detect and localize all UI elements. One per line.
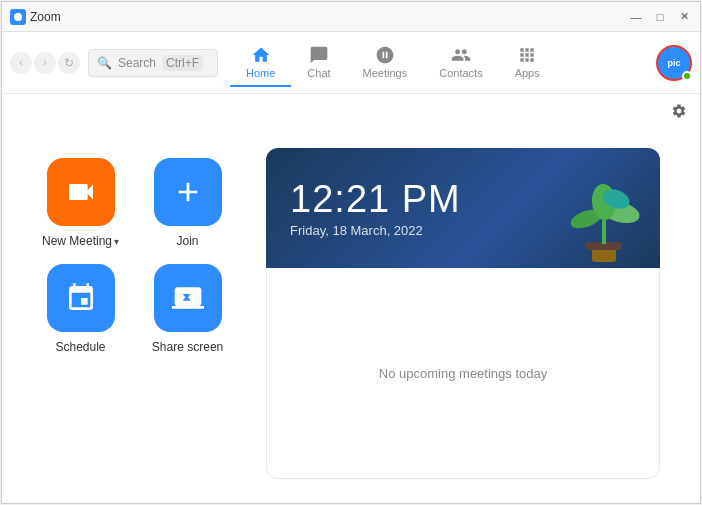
share-screen-item[interactable]: Share screen (149, 264, 226, 354)
tab-apps-label: Apps (515, 67, 540, 79)
close-button[interactable]: ✕ (676, 9, 692, 25)
settings-button[interactable] (666, 98, 692, 124)
title-bar: Zoom — □ ✕ (2, 2, 700, 32)
share-screen-button[interactable] (154, 264, 222, 332)
new-meeting-item[interactable]: New Meeting ▾ (42, 158, 119, 248)
app-title: Zoom (30, 10, 61, 24)
window-controls: — □ ✕ (628, 9, 692, 25)
join-label: Join (177, 234, 199, 248)
tab-meetings-label: Meetings (363, 67, 408, 79)
online-status-badge (682, 71, 692, 81)
search-label: Search (118, 56, 156, 70)
title-bar-left: Zoom (10, 9, 61, 25)
back-button[interactable]: ‹ (10, 52, 32, 74)
search-bar[interactable]: 🔍 Search Ctrl+F (88, 49, 218, 77)
gear-area (2, 94, 700, 124)
tab-chat[interactable]: Chat (291, 39, 346, 87)
minimize-button[interactable]: — (628, 9, 644, 25)
clock-card: 12:21 PM Friday, 18 March, 2022 (266, 148, 660, 268)
right-panel: 12:21 PM Friday, 18 March, 2022 (266, 148, 660, 479)
new-meeting-arrow: ▾ (114, 236, 119, 247)
action-grid: New Meeting ▾ Join Schedule (42, 158, 226, 354)
nav-tabs: Home Chat Meetings Contacts Apps (230, 39, 556, 87)
tab-chat-label: Chat (307, 67, 330, 79)
left-panel: New Meeting ▾ Join Schedule (42, 148, 226, 479)
schedule-button[interactable] (47, 264, 115, 332)
new-meeting-button[interactable] (47, 158, 115, 226)
tab-contacts-label: Contacts (439, 67, 482, 79)
profile-area[interactable]: pic (656, 45, 692, 81)
refresh-button[interactable]: ↻ (58, 52, 80, 74)
join-item[interactable]: Join (149, 158, 226, 248)
zoom-app-icon (10, 9, 26, 25)
nav-arrows: ‹ › ↻ (10, 52, 80, 74)
tab-home-label: Home (246, 67, 275, 79)
schedule-label: Schedule (55, 340, 105, 354)
meetings-panel: No upcoming meetings today (266, 268, 660, 479)
tab-home[interactable]: Home (230, 39, 291, 87)
profile-initials: pic (667, 58, 680, 68)
schedule-item[interactable]: Schedule (42, 264, 119, 354)
zoom-window: Zoom — □ ✕ ‹ › ↻ 🔍 Search Ctrl+F Home (1, 1, 701, 504)
forward-button[interactable]: › (34, 52, 56, 74)
new-meeting-label-row: New Meeting ▾ (42, 234, 119, 248)
maximize-button[interactable]: □ (652, 9, 668, 25)
main-content: New Meeting ▾ Join Schedule (2, 124, 700, 503)
nav-right: pic (656, 45, 692, 81)
join-button[interactable] (154, 158, 222, 226)
share-screen-label: Share screen (152, 340, 223, 354)
no-meetings-text: No upcoming meetings today (379, 366, 547, 381)
search-shortcut: Ctrl+F (162, 55, 203, 71)
plant-decoration (564, 174, 644, 268)
nav-bar: ‹ › ↻ 🔍 Search Ctrl+F Home Chat Meetings (2, 32, 700, 94)
svg-point-0 (14, 13, 22, 21)
tab-meetings[interactable]: Meetings (347, 39, 424, 87)
tab-apps[interactable]: Apps (499, 39, 556, 87)
search-icon: 🔍 (97, 56, 112, 70)
new-meeting-label: New Meeting (42, 234, 112, 248)
tab-contacts[interactable]: Contacts (423, 39, 498, 87)
